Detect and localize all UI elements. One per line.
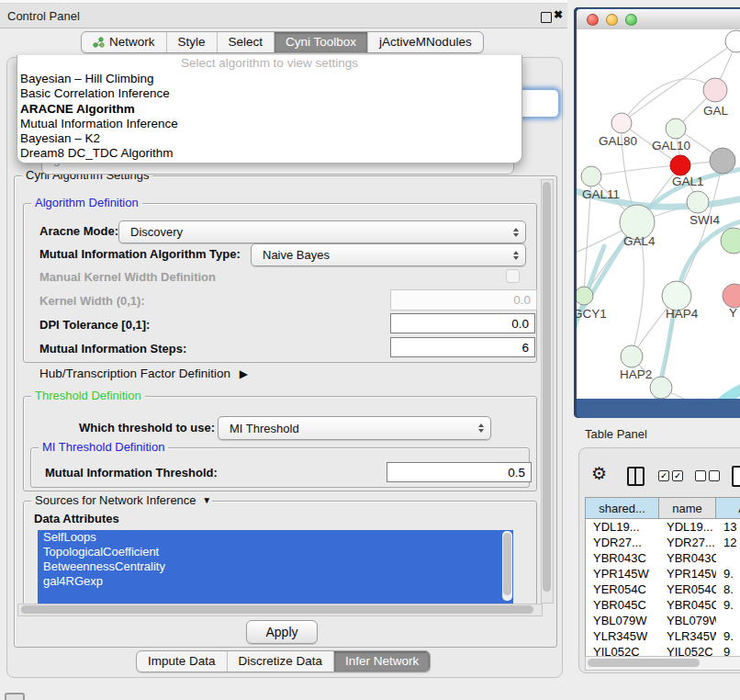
algorithm-option[interactable]: ARACNE Algorithm [17, 102, 521, 117]
tab-discretize-data[interactable]: Discretize Data [227, 651, 334, 672]
table-column-header[interactable]: A [716, 498, 740, 518]
settings-vertical-scrollbar[interactable] [541, 179, 554, 604]
mi-algorithm-type-value: Naive Bayes [252, 248, 513, 262]
minimize-traffic-light[interactable] [606, 14, 618, 26]
attributes-list-scrollbar[interactable] [502, 531, 512, 601]
which-threshold-value: MI Threshold [219, 422, 478, 435]
table-cell: 9. [716, 597, 740, 613]
table-horizontal-scrollbar[interactable] [585, 656, 740, 671]
gear-icon[interactable]: ⚙ [591, 465, 607, 482]
network-node-gal[interactable] [703, 78, 727, 102]
tab-style[interactable]: Style [166, 32, 217, 52]
data-attributes-list[interactable]: SelfLoopsTopologicalCoefficientBetweenne… [38, 530, 513, 604]
network-node[interactable] [710, 148, 735, 174]
data-attribute-item[interactable]: BetweennessCentrality [38, 559, 513, 574]
kernel-width-field[interactable]: 0.0 [390, 289, 537, 310]
network-node-hap2[interactable] [621, 345, 643, 367]
network-node-label: Y [729, 306, 737, 320]
table-column-header[interactable]: shared... [586, 498, 659, 518]
settings-horizontal-scrollbar[interactable] [17, 604, 543, 616]
tab-label: jActiveMNodules [379, 35, 472, 49]
tab-label: Infer Network [345, 654, 419, 668]
which-threshold-combobox[interactable]: MI Threshold [218, 416, 491, 440]
table-row[interactable]: YIL052CYIL052C9 [586, 644, 740, 657]
tab-jactivemnodules[interactable]: jActiveMNodules [367, 32, 483, 52]
file-icon[interactable] [732, 466, 740, 487]
checked-box-icon[interactable]: ✓ [658, 470, 669, 481]
network-node-gal80[interactable] [611, 113, 632, 133]
network-node[interactable] [721, 228, 740, 254]
control-panel-tabbar: Network Style Select Cyni Toolbox jActiv… [81, 31, 484, 53]
table-row[interactable]: YPR145WYPR145W9. [586, 566, 740, 581]
apply-button[interactable]: Apply [246, 620, 318, 644]
network-node-y[interactable] [723, 284, 740, 308]
network-node-gcy1[interactable] [577, 287, 593, 305]
data-attribute-item[interactable]: SelfLoops [38, 530, 513, 545]
network-edge[interactable] [712, 384, 740, 399]
zoom-traffic-light[interactable] [625, 14, 637, 26]
table-cell: YPR145W [586, 566, 659, 581]
network-node-gal1[interactable] [670, 155, 690, 175]
table-row[interactable]: YBL079WYBL079W [586, 613, 740, 628]
network-node-label: GAL [703, 104, 729, 118]
aracne-mode-combobox[interactable]: Discovery [118, 220, 526, 243]
network-node[interactable] [725, 30, 740, 52]
table-row[interactable]: YDL19...YDL19...13 [586, 519, 740, 535]
network-node[interactable] [650, 377, 672, 399]
table-row[interactable]: YBR045CYBR045C9. [586, 597, 740, 613]
tab-infer-network[interactable]: Infer Network [333, 651, 430, 672]
algorithm-option[interactable]: Mutual Information Inference [17, 117, 521, 131]
table-cell: YDL19... [586, 519, 659, 535]
sources-title[interactable]: Sources for Network Inference ▼ [31, 493, 212, 507]
sources-title-label: Sources for Network Inference [35, 493, 196, 507]
threshold-definition-title: Threshold Definition [31, 389, 145, 402]
table-row[interactable]: YBR043CYBR043C [586, 550, 740, 566]
node-table: shared...nameA YDL19...YDL19...13YDR27..… [585, 497, 740, 657]
network-window-titlebar[interactable] [577, 9, 740, 30]
table-row[interactable]: YER054CYER054C8. [586, 581, 740, 597]
manual-kernel-width-checkbox[interactable] [506, 269, 520, 283]
bottom-left-chip[interactable] [5, 693, 25, 700]
algorithm-option[interactable]: Bayesian – Hill Climbing [17, 72, 521, 86]
network-edge[interactable] [591, 165, 680, 176]
mi-threshold-definition-title: MI Threshold Definition [39, 440, 168, 454]
float-icon[interactable] [541, 12, 552, 23]
network-canvas[interactable]: GALGAL80GAL10GAL1GAL11SWI4GAL4GCY1HAP4YH… [577, 29, 740, 399]
data-attribute-item[interactable]: TopologicalCoefficient [38, 545, 513, 559]
tab-impute-data[interactable]: Impute Data [137, 651, 227, 672]
kernel-width-value: 0.0 [513, 293, 531, 307]
network-node-label: HAP2 [620, 367, 652, 381]
table-cell: 9 [716, 644, 740, 657]
table-cell: YBR043C [586, 550, 659, 566]
close-traffic-light[interactable] [587, 14, 599, 26]
unchecked-box-icon[interactable] [695, 470, 706, 481]
network-node-swi4[interactable] [687, 191, 709, 213]
tab-select[interactable]: Select [217, 32, 275, 52]
columns-icon[interactable] [627, 467, 645, 486]
unchecked-box-icon[interactable] [709, 470, 720, 481]
close-icon[interactable]: ✖ [554, 8, 563, 21]
table-row[interactable]: YDR27...YDR27...12 [586, 535, 740, 550]
network-edge[interactable] [622, 79, 715, 123]
table-header-row: shared...nameA [586, 498, 740, 519]
algorithm-option[interactable]: Bayesian – K2 [17, 131, 521, 146]
data-attribute-item[interactable]: gal4RGexp [38, 574, 513, 589]
algorithm-option[interactable]: Dream8 DC_TDC Algorithm [17, 146, 521, 161]
network-node-gal10[interactable] [666, 119, 686, 139]
table-cell: YDL19... [659, 519, 716, 535]
checked-box-icon[interactable]: ✓ [672, 470, 683, 481]
table-row[interactable]: YLR345WYLR345W9. [586, 628, 740, 644]
mi-steps-field[interactable]: 6 [390, 337, 535, 357]
tab-network[interactable]: Network [82, 32, 166, 52]
mi-steps-label: Mutual Information Steps: [39, 342, 186, 356]
network-node-label: GAL1 [672, 175, 704, 188]
algorithm-option[interactable]: Basic Correlation Inference [17, 86, 521, 101]
table-column-header[interactable]: name [659, 498, 716, 518]
dpi-tolerance-field[interactable]: 0.0 [390, 313, 535, 333]
mi-threshold-field[interactable]: 0.5 [387, 462, 532, 482]
mi-algorithm-type-combobox[interactable]: Naive Bayes [251, 243, 526, 266]
tab-cyni-toolbox[interactable]: Cyni Toolbox [274, 32, 367, 52]
hub-definition-expander[interactable]: Hub/Transcription Factor Definition ▶ [39, 367, 242, 380]
network-node-gal11[interactable] [581, 166, 601, 186]
table-cell: YBR043C [659, 550, 716, 566]
